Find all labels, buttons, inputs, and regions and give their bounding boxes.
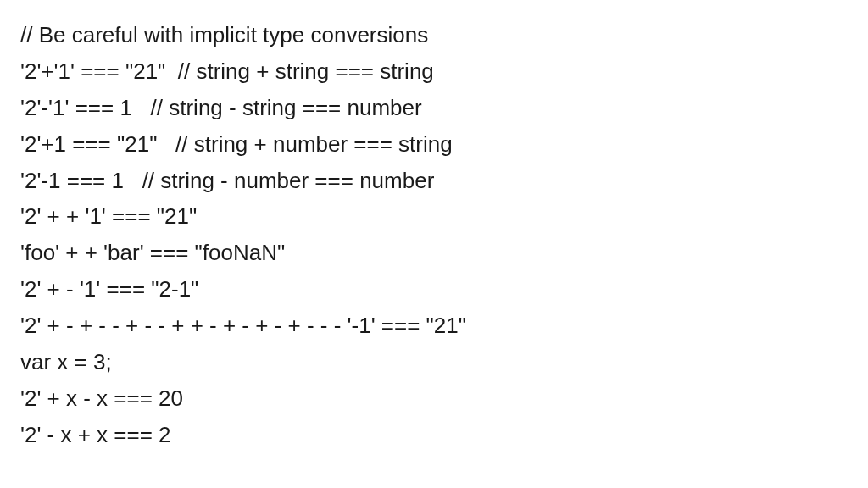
code-line: '2'-1 === 1 // string - number === numbe… [20, 163, 848, 199]
code-line: '2' + - '1' === "2-1" [20, 271, 848, 308]
code-line: var x = 3; [20, 344, 848, 380]
code-line: '2' + x - x === 20 [20, 380, 848, 417]
code-block: // Be careful with implicit type convers… [20, 17, 848, 453]
code-line: // Be careful with implicit type convers… [20, 17, 848, 53]
code-line: '2'+1 === "21" // string + number === st… [20, 126, 848, 163]
code-line: 'foo' + + 'bar' === "fooNaN" [20, 235, 848, 271]
code-line: '2' + + '1' === "21" [20, 198, 848, 235]
code-line: '2' + - + - - + - - + + - + - + - + - - … [20, 308, 848, 344]
code-line: '2'-'1' === 1 // string - string === num… [20, 90, 848, 126]
code-line: '2' - x + x === 2 [20, 417, 848, 453]
code-line: '2'+'1' === "21" // string + string === … [20, 53, 848, 90]
